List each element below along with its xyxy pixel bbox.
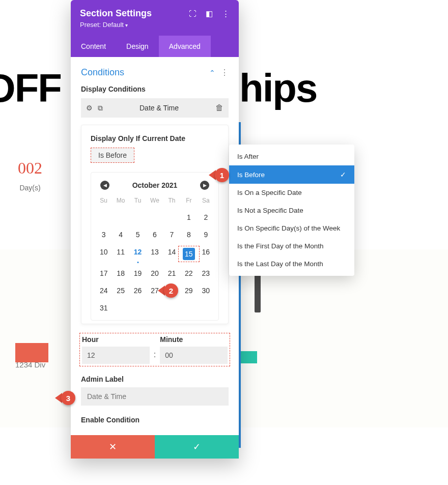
snap-icon[interactable]: ◧: [206, 9, 213, 18]
annotation-marker-2: 2: [158, 283, 178, 298]
calendar-day[interactable]: 2: [198, 213, 214, 221]
calendar-day[interactable]: 3: [95, 231, 112, 239]
calendar-day-header: We: [146, 197, 163, 204]
dropdown-item[interactable]: Is After: [229, 148, 354, 165]
dropdown-item[interactable]: Is the Last Day of the Month: [229, 255, 354, 273]
section-more-icon[interactable]: ⋮: [220, 68, 229, 77]
time-row: Hour : Minute: [81, 334, 229, 365]
hour-input[interactable]: [82, 347, 150, 364]
date-condition-card: Display Only If Current Date Is Before ◀…: [81, 125, 229, 324]
calendar-day[interactable]: 1: [180, 213, 197, 221]
calendar-day[interactable]: 17: [95, 269, 112, 277]
calendar-day[interactable]: 5: [129, 231, 146, 239]
calendar-day: [129, 304, 146, 312]
card-label: Display Only If Current Date: [91, 134, 219, 142]
prev-month-button[interactable]: ◀: [100, 181, 109, 190]
calendar-day[interactable]: 10: [95, 248, 112, 260]
mode-dropdown: Is AfterIs Before✓Is On a Specific DateI…: [229, 145, 354, 276]
calendar-day[interactable]: 19: [129, 269, 146, 277]
calendar-month: October 2021: [132, 181, 178, 189]
tab-content[interactable]: Content: [71, 36, 116, 57]
dropdown-item[interactable]: Is On Specific Day(s) of the Week: [229, 219, 354, 237]
tabs: Content Design Advanced: [71, 36, 239, 57]
dropdown-item[interactable]: Is Not a Specific Date: [229, 202, 354, 219]
calendar-day[interactable]: 24: [95, 287, 112, 295]
calendar-day[interactable]: 12: [129, 248, 146, 260]
minute-input[interactable]: [160, 347, 228, 364]
calendar-day[interactable]: 11: [112, 248, 129, 260]
mode-select[interactable]: Is Before: [91, 148, 134, 163]
calendar-day-header: Tu: [129, 197, 146, 204]
calendar-day: [112, 304, 129, 312]
calendar-day[interactable]: 7: [163, 231, 180, 239]
panel-header: Section Settings ⛶ ◧ ⋮ Preset: Default: [71, 0, 239, 36]
conditions-header[interactable]: Conditions ⌃ ⋮: [71, 57, 239, 85]
tab-advanced[interactable]: Advanced: [159, 36, 211, 57]
calendar-day[interactable]: 15: [180, 248, 197, 260]
calendar-day-header: Sa: [198, 197, 214, 204]
time-colon: :: [154, 350, 156, 364]
calendar-day[interactable]: 8: [180, 231, 197, 239]
trash-icon[interactable]: 🗑: [215, 103, 223, 112]
next-month-button[interactable]: ▶: [200, 181, 209, 190]
dropdown-item[interactable]: Is On a Specific Date: [229, 184, 354, 202]
annotation-marker-3: 3: [55, 391, 75, 405]
calendar-day-header: Su: [95, 197, 112, 204]
conditions-title: Conditions: [81, 67, 124, 78]
bg-text-hips: hips: [239, 65, 317, 111]
more-icon[interactable]: ⋮: [222, 9, 230, 18]
tab-design[interactable]: Design: [116, 36, 159, 57]
bg-counter-label: Day(s): [18, 184, 42, 192]
calendar-day: [198, 304, 214, 312]
dropdown-item[interactable]: Is the First Day of the Month: [229, 237, 354, 255]
calendar-day[interactable]: 20: [146, 269, 163, 277]
calendar-day[interactable]: 22: [180, 269, 197, 277]
calendar-day[interactable]: 6: [146, 231, 163, 239]
calendar-day[interactable]: 16: [198, 248, 214, 260]
admin-label-input[interactable]: [81, 387, 229, 406]
calendar-day[interactable]: 14: [163, 248, 180, 260]
calendar-day-header: Th: [163, 197, 180, 204]
settings-panel: Section Settings ⛶ ◧ ⋮ Preset: Default C…: [71, 0, 239, 459]
calendar-day[interactable]: 29: [180, 287, 197, 295]
calendar-day[interactable]: 18: [112, 269, 129, 277]
condition-value: Date & Time: [103, 104, 215, 112]
calendar-day-header: Mo: [112, 197, 129, 204]
calendar-day: [112, 213, 129, 221]
chevron-up-icon[interactable]: ⌃: [209, 69, 215, 77]
preset-selector[interactable]: Preset: Default: [80, 21, 230, 28]
duplicate-icon[interactable]: ⧉: [98, 104, 103, 112]
calendar-day[interactable]: 21: [163, 269, 180, 277]
calendar-day[interactable]: 31: [95, 304, 112, 312]
calendar: ◀ October 2021 ▶ SuMoTuWeThFrSa123456789…: [91, 172, 219, 321]
annotation-marker-1: 1: [209, 168, 229, 182]
calendar-day: [95, 213, 112, 221]
calendar-day: [180, 304, 197, 312]
panel-footer: ✕ ✓: [71, 435, 239, 459]
gear-icon[interactable]: ⚙: [86, 104, 93, 112]
calendar-day[interactable]: 25: [112, 287, 129, 295]
calendar-day[interactable]: 26: [129, 287, 146, 295]
panel-title: Section Settings: [80, 8, 152, 19]
bg-counter: 002 Day(s): [18, 159, 42, 192]
calendar-day[interactable]: 30: [198, 287, 214, 295]
cancel-button[interactable]: ✕: [71, 435, 155, 459]
calendar-day[interactable]: 23: [198, 269, 214, 277]
condition-row[interactable]: ⚙ ⧉ Date & Time 🗑: [81, 98, 229, 118]
calendar-day: [146, 304, 163, 312]
display-conditions-label: Display Conditions: [71, 85, 239, 98]
calendar-day[interactable]: 9: [198, 231, 214, 239]
bg-divi-text: 1234 Div: [15, 360, 45, 369]
expand-icon[interactable]: ⛶: [189, 9, 197, 18]
bg-text-off: OFF: [0, 65, 61, 111]
enable-condition-label: Enable Condition: [81, 416, 229, 424]
calendar-day: [163, 213, 180, 221]
calendar-day: [163, 304, 180, 312]
hour-label: Hour: [82, 335, 150, 344]
calendar-day[interactable]: 4: [112, 231, 129, 239]
calendar-day[interactable]: 13: [146, 248, 163, 260]
confirm-button[interactable]: ✓: [155, 435, 239, 459]
dropdown-item[interactable]: Is Before✓: [229, 165, 354, 184]
calendar-day: [129, 213, 146, 221]
calendar-day: [146, 213, 163, 221]
